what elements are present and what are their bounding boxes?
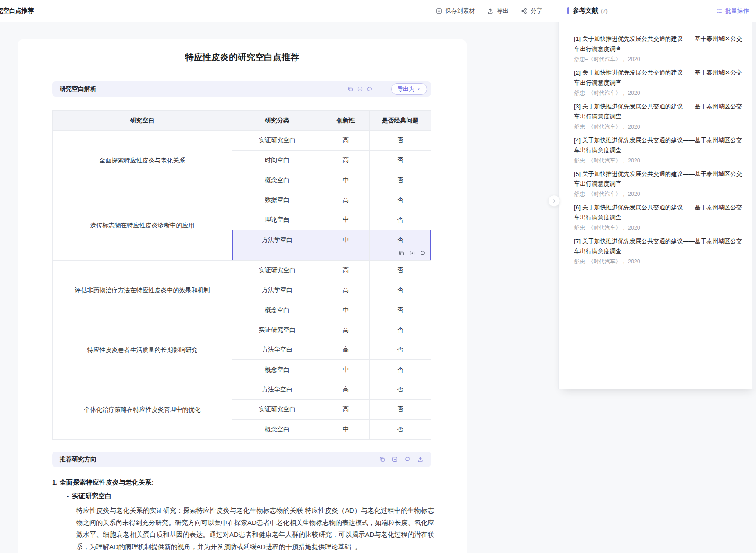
- reference-item[interactable]: [2] 关于加快推进优先发展公共交通的建议——基于泰州城区公交车出行满意度调查 …: [574, 68, 742, 97]
- group-label-cell[interactable]: 全面探索特应性皮炎与老化关系: [53, 131, 232, 190]
- table-row[interactable]: 概念空白中否: [232, 420, 431, 439]
- reference-item[interactable]: [5] 关于加快推进优先发展公共交通的建议——基于泰州城区公交车出行满意度调查 …: [574, 169, 742, 198]
- quote-icon[interactable]: [420, 250, 426, 256]
- table-row-selected[interactable]: 方法学空白中否: [232, 230, 431, 260]
- group-label-cell[interactable]: 评估非药物治疗方法在特应性皮炎中的效果和机制: [53, 261, 232, 320]
- innovation-cell[interactable]: 高: [322, 131, 370, 150]
- topbar: 研究空白点推荐 保存到素材导出分享: [0, 0, 559, 22]
- innovation-cell[interactable]: 高: [322, 261, 370, 280]
- batch-actions-label: 批量操作: [725, 7, 749, 15]
- quote-icon[interactable]: [367, 86, 373, 92]
- category-cell[interactable]: 时间空白: [232, 151, 322, 170]
- reference-item[interactable]: [3] 关于加快推进优先发展公共交通的建议——基于泰州城区公交车出行满意度调查 …: [574, 102, 742, 131]
- classic-question-cell[interactable]: 否: [370, 280, 431, 300]
- topbar-action-3[interactable]: 分享: [521, 7, 542, 15]
- table-row[interactable]: 概念空白中否: [232, 300, 431, 320]
- table-row[interactable]: 实证研究空白高否: [232, 261, 431, 280]
- category-cell[interactable]: 实证研究空白: [232, 261, 322, 280]
- group-label-cell[interactable]: 遗传标志物在特应性皮炎诊断中的应用: [53, 190, 232, 260]
- table-row[interactable]: 方法学空白高否: [232, 340, 431, 360]
- classic-question-cell[interactable]: 否: [370, 190, 431, 210]
- table-row[interactable]: 实证研究空白高否: [232, 320, 431, 340]
- table-row[interactable]: 概念空白中否: [232, 360, 431, 380]
- innovation-cell[interactable]: 高: [322, 400, 370, 419]
- category-cell[interactable]: 概念空白: [232, 360, 322, 380]
- innovation-cell[interactable]: 中: [322, 420, 370, 439]
- save-to-material-icon[interactable]: [357, 86, 363, 92]
- page-title-clip: 研究空白点推荐: [0, 0, 57, 22]
- innovation-cell[interactable]: 高: [322, 190, 370, 210]
- classic-question-cell[interactable]: 否: [370, 170, 431, 190]
- topbar-action-2[interactable]: 导出: [487, 7, 509, 15]
- category-cell[interactable]: 概念空白: [232, 170, 322, 190]
- table-row[interactable]: 时间空白高否: [232, 151, 431, 170]
- innovation-cell[interactable]: 中: [322, 210, 370, 230]
- save-to-material-icon[interactable]: [409, 250, 415, 256]
- save-to-material-icon[interactable]: [392, 456, 398, 463]
- reference-title: [5] 关于加快推进优先发展公共交通的建议——基于泰州城区公交车出行满意度调查: [574, 169, 742, 190]
- reference-item[interactable]: [1] 关于加快推进优先发展公共交通的建议——基于泰州城区公交车出行满意度调查 …: [574, 34, 742, 63]
- category-cell[interactable]: 理论空白: [232, 210, 322, 230]
- reference-item[interactable]: [4] 关于加快推进优先发展公共交通的建议——基于泰州城区公交车出行满意度调查 …: [574, 136, 742, 165]
- innovation-cell[interactable]: 高: [322, 280, 370, 300]
- copy-icon[interactable]: [399, 250, 405, 256]
- classic-question-cell[interactable]: 否: [370, 380, 431, 399]
- group-label-cell[interactable]: 特应性皮炎患者生活质量的长期影响研究: [53, 320, 232, 380]
- category-cell[interactable]: 概念空白: [232, 420, 322, 439]
- classic-question-cell[interactable]: 否: [370, 151, 431, 170]
- item-number: 1.: [52, 478, 60, 486]
- reference-item[interactable]: [6] 关于加快推进优先发展公共交通的建议——基于泰州城区公交车出行满意度调查 …: [574, 203, 742, 232]
- classic-question-cell[interactable]: 否: [370, 261, 431, 280]
- classic-question-cell[interactable]: 否: [370, 400, 431, 419]
- save-to-material-icon: [435, 7, 442, 14]
- reference-item[interactable]: [7] 关于加快推进优先发展公共交通的建议——基于泰州城区公交车出行满意度调查 …: [574, 237, 742, 266]
- category-cell[interactable]: 数据空白: [232, 190, 322, 210]
- classic-question-cell[interactable]: 否: [370, 420, 431, 439]
- table-row[interactable]: 方法学空白高否: [232, 380, 431, 400]
- batch-actions-button[interactable]: 批量操作: [716, 7, 749, 15]
- classic-question-cell[interactable]: 否: [370, 360, 431, 380]
- copy-icon[interactable]: [379, 456, 385, 463]
- group-label-cell[interactable]: 个体化治疗策略在特应性皮炎管理中的优化: [53, 380, 232, 439]
- topbar-action-1[interactable]: 保存到素材: [435, 7, 475, 15]
- quote-icon[interactable]: [404, 456, 411, 463]
- category-cell[interactable]: 实证研究空白: [232, 131, 322, 150]
- reference-meta: 舒忠–《时代汽车》， 2020: [574, 123, 742, 131]
- category-cell[interactable]: 方法学空白: [232, 340, 322, 359]
- table-row[interactable]: 实证研究空白高否: [232, 131, 431, 151]
- table-row[interactable]: 数据空白高否: [232, 190, 431, 210]
- innovation-cell[interactable]: 中: [322, 170, 370, 190]
- innovation-cell[interactable]: 中: [322, 230, 370, 260]
- table-row[interactable]: 概念空白中否: [232, 170, 431, 190]
- classic-question-cell[interactable]: 否: [370, 210, 431, 230]
- topbar-action-label: 保存到素材: [446, 7, 475, 15]
- innovation-cell[interactable]: 高: [322, 340, 370, 359]
- research-gap-table: 研究空白研究分类创新性是否经典问题 全面探索特应性皮炎与老化关系实证研究空白高否…: [52, 110, 431, 440]
- innovation-cell[interactable]: 高: [322, 151, 370, 170]
- table-row[interactable]: 方法学空白高否: [232, 280, 431, 300]
- sidebar-scrollbar[interactable]: [752, 22, 756, 389]
- innovation-cell[interactable]: 中: [322, 360, 370, 380]
- export-as-button[interactable]: 导出为: [391, 83, 427, 95]
- category-cell[interactable]: 实证研究空白: [232, 320, 322, 340]
- copy-icon[interactable]: [347, 86, 353, 92]
- category-cell[interactable]: 方法学空白: [232, 230, 322, 260]
- category-cell[interactable]: 概念空白: [232, 300, 322, 320]
- upload-icon[interactable]: [417, 456, 424, 463]
- category-cell[interactable]: 方法学空白: [232, 380, 322, 399]
- table-group: 个体化治疗策略在特应性皮炎管理中的优化方法学空白高否实证研究空白高否概念空白中否: [53, 380, 431, 439]
- table-row[interactable]: 实证研究空白高否: [232, 400, 431, 420]
- innovation-cell[interactable]: 高: [322, 320, 370, 340]
- innovation-cell[interactable]: 高: [322, 380, 370, 399]
- classic-question-cell[interactable]: 否: [370, 300, 431, 320]
- category-cell[interactable]: 实证研究空白: [232, 400, 322, 419]
- table-row[interactable]: 理论空白中否: [232, 210, 431, 230]
- classic-question-cell[interactable]: 否: [370, 131, 431, 150]
- category-cell[interactable]: 方法学空白: [232, 280, 322, 300]
- classic-question-cell[interactable]: 否: [370, 340, 431, 359]
- accent-bar: [567, 7, 569, 14]
- sidebar-collapse-button[interactable]: [548, 195, 560, 207]
- classic-question-cell[interactable]: 否: [370, 320, 431, 340]
- item-title: 全面探索特应性皮炎与老化关系:: [60, 478, 154, 486]
- innovation-cell[interactable]: 中: [322, 300, 370, 320]
